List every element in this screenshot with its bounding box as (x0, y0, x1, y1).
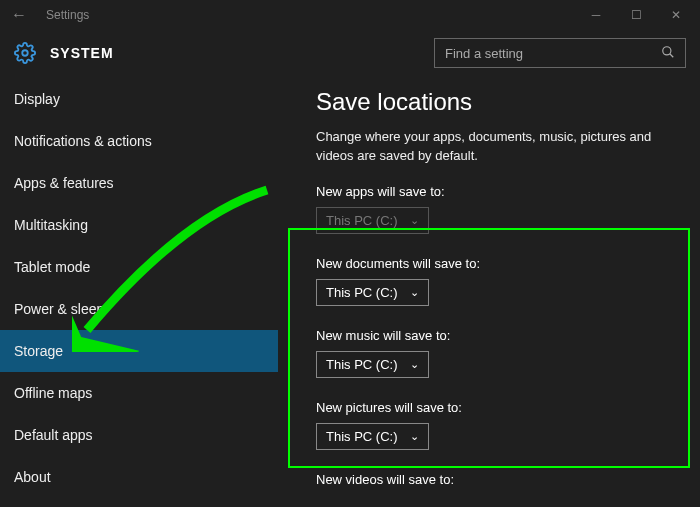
sidebar-item-notifications[interactable]: Notifications & actions (0, 120, 278, 162)
system-label: SYSTEM (50, 45, 114, 61)
chevron-down-icon: ⌄ (410, 286, 419, 299)
sidebar-item-power-sleep[interactable]: Power & sleep (0, 288, 278, 330)
sidebar-item-offline-maps[interactable]: Offline maps (0, 372, 278, 414)
setting-label-music: New music will save to: (316, 328, 670, 343)
dropdown-apps: This PC (C:) ⌄ (316, 207, 429, 234)
svg-line-2 (670, 53, 674, 57)
dropdown-pictures[interactable]: This PC (C:) ⌄ (316, 423, 429, 450)
setting-label-documents: New documents will save to: (316, 256, 670, 271)
chevron-down-icon: ⌄ (410, 358, 419, 371)
header: SYSTEM Find a setting (0, 30, 700, 78)
page-description: Change where your apps, documents, music… (316, 128, 670, 166)
close-button[interactable]: ✕ (656, 8, 696, 22)
search-input[interactable]: Find a setting (434, 38, 686, 68)
setting-label-videos: New videos will save to: (316, 472, 670, 487)
page-title: Save locations (316, 88, 670, 116)
sidebar-item-default-apps[interactable]: Default apps (0, 414, 278, 456)
gear-icon (14, 42, 36, 64)
sidebar-item-display[interactable]: Display (0, 78, 278, 120)
chevron-down-icon: ⌄ (410, 430, 419, 443)
setting-label-apps: New apps will save to: (316, 184, 670, 199)
svg-point-0 (22, 50, 28, 56)
setting-label-pictures: New pictures will save to: (316, 400, 670, 415)
sidebar: Display Notifications & actions Apps & f… (0, 78, 278, 507)
window-title: Settings (46, 8, 89, 22)
search-placeholder: Find a setting (445, 46, 661, 61)
maximize-button[interactable]: ☐ (616, 8, 656, 22)
sidebar-item-apps-features[interactable]: Apps & features (0, 162, 278, 204)
content-pane: Save locations Change where your apps, d… (278, 78, 700, 507)
sidebar-item-about[interactable]: About (0, 456, 278, 498)
titlebar: ← Settings ─ ☐ ✕ (0, 0, 700, 30)
svg-point-1 (663, 46, 671, 54)
dropdown-documents[interactable]: This PC (C:) ⌄ (316, 279, 429, 306)
chevron-down-icon: ⌄ (410, 214, 419, 227)
search-icon (661, 45, 675, 62)
sidebar-item-tablet-mode[interactable]: Tablet mode (0, 246, 278, 288)
dropdown-music[interactable]: This PC (C:) ⌄ (316, 351, 429, 378)
sidebar-item-storage[interactable]: Storage (0, 330, 278, 372)
window-controls: ─ ☐ ✕ (576, 8, 696, 22)
minimize-button[interactable]: ─ (576, 8, 616, 22)
sidebar-item-multitasking[interactable]: Multitasking (0, 204, 278, 246)
back-button[interactable]: ← (4, 6, 34, 24)
